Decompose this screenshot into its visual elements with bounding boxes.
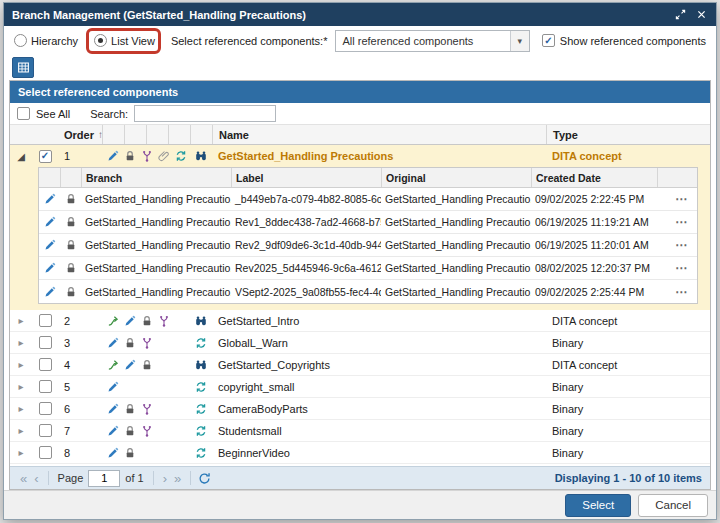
reuse-icon[interactable]	[193, 424, 210, 438]
expand-row-icon[interactable]: ▸	[10, 332, 32, 353]
branch-name[interactable]: GetStarted_Handling Precautio...	[81, 234, 231, 256]
hierarchy-option[interactable]: Hierarchy	[14, 34, 78, 47]
select-button[interactable]: Select	[565, 494, 631, 517]
lock-icon[interactable]	[121, 424, 138, 438]
branch-icon[interactable]	[138, 336, 155, 350]
column-header-type[interactable]: Type	[546, 125, 710, 144]
row-checkbox[interactable]	[39, 446, 52, 459]
maximize-icon[interactable]	[671, 6, 689, 24]
row-menu-ellipsis-icon[interactable]: ⋯	[657, 211, 697, 233]
branch-name[interactable]: GetStarted_Handling Precautio...	[81, 280, 231, 303]
first-page-icon[interactable]: «	[18, 472, 29, 485]
lock-icon[interactable]	[62, 285, 79, 299]
close-icon[interactable]	[692, 6, 710, 24]
branch-name[interactable]: GetStarted_Handling Precautio...	[81, 188, 231, 210]
search-input[interactable]	[134, 105, 276, 122]
table-row[interactable]: ▸5copyright_smallBinary	[10, 376, 710, 398]
merge-icon[interactable]	[104, 314, 121, 328]
components-dropdown[interactable]: All referenced components ▾	[335, 30, 529, 52]
pencil-icon[interactable]	[104, 149, 121, 163]
branch-name[interactable]: GetStarted_Handling Precautio...	[81, 211, 231, 233]
expand-row-icon[interactable]: ▸	[10, 442, 32, 463]
row-checkbox[interactable]	[39, 358, 52, 371]
row-checkbox[interactable]: ✓	[39, 150, 52, 163]
pencil-icon[interactable]	[41, 261, 58, 275]
lock-icon[interactable]	[62, 192, 79, 206]
reuse-icon[interactable]	[193, 380, 210, 394]
table-row[interactable]: ▸4GetStarted_CopyrightsDITA concept	[10, 354, 710, 376]
show-referenced-checkbox[interactable]: ✓	[542, 34, 555, 47]
branch-name[interactable]: GetStarted_Handling Precautio...	[81, 257, 231, 279]
row-name[interactable]: GlobalL_Warn	[212, 332, 546, 353]
column-header-branch[interactable]: Branch	[81, 168, 231, 187]
column-header-original[interactable]: Original	[381, 168, 531, 187]
reuse-icon[interactable]	[193, 446, 210, 460]
column-header-label[interactable]: Label	[231, 168, 381, 187]
listview-option[interactable]: List View	[94, 34, 155, 47]
lock-icon[interactable]	[138, 314, 155, 328]
lock-icon[interactable]	[138, 358, 155, 372]
branch-row[interactable]: GetStarted_Handling Precautio..._b449eb7…	[39, 188, 697, 211]
column-header-name[interactable]: Name	[212, 125, 546, 144]
row-name[interactable]: copyright_small	[212, 376, 546, 397]
table-row[interactable]: ▸7StudentsmallBinary	[10, 420, 710, 442]
branch-row[interactable]: GetStarted_Handling Precautio...Rev2025_…	[39, 257, 697, 280]
branch-row[interactable]: GetStarted_Handling Precautio...Rev2_9df…	[39, 234, 697, 257]
pencil-icon[interactable]	[104, 336, 121, 350]
branch-icon[interactable]	[138, 149, 155, 163]
cancel-button[interactable]: Cancel	[638, 494, 708, 517]
expand-row-icon[interactable]: ▸	[10, 420, 32, 441]
expand-row-icon[interactable]: ▸	[10, 354, 32, 375]
pencil-icon[interactable]	[41, 238, 58, 252]
lock-icon[interactable]	[121, 402, 138, 416]
table-row[interactable]: ◢✓1GetStarted_Handling PrecautionsDITA c…	[10, 145, 710, 167]
row-name[interactable]: GetStarted_Handling Precautions	[212, 145, 546, 167]
column-header-created-date[interactable]: Created Date	[531, 168, 657, 187]
table-row[interactable]: ▸6CameraBodyPartsBinary	[10, 398, 710, 420]
binoculars-icon[interactable]	[193, 358, 210, 372]
row-name[interactable]: CameraBodyParts	[212, 398, 546, 419]
branch-icon[interactable]	[138, 424, 155, 438]
row-checkbox[interactable]	[39, 424, 52, 437]
row-menu-ellipsis-icon[interactable]: ⋯	[657, 234, 697, 256]
pencil-icon[interactable]	[41, 285, 58, 299]
reuse-icon[interactable]	[172, 149, 189, 163]
pencil-icon[interactable]	[121, 314, 138, 328]
row-checkbox[interactable]	[39, 380, 52, 393]
row-name[interactable]: GetStarted_Intro	[212, 310, 546, 331]
row-menu-ellipsis-icon[interactable]: ⋯	[657, 280, 697, 303]
row-menu-ellipsis-icon[interactable]: ⋯	[657, 257, 697, 279]
row-menu-ellipsis-icon[interactable]: ⋯	[657, 188, 697, 210]
branch-row[interactable]: GetStarted_Handling Precautio...Rev1_8dd…	[39, 211, 697, 234]
see-all-checkbox[interactable]	[17, 107, 30, 120]
next-page-icon[interactable]: ›	[161, 472, 169, 485]
lock-icon[interactable]	[62, 261, 79, 275]
lock-icon[interactable]	[121, 336, 138, 350]
pencil-icon[interactable]	[41, 192, 58, 206]
row-name[interactable]: Studentsmall	[212, 420, 546, 441]
pencil-icon[interactable]	[41, 215, 58, 229]
row-checkbox[interactable]	[39, 402, 52, 415]
row-checkbox[interactable]	[39, 336, 52, 349]
pencil-icon[interactable]	[121, 358, 138, 372]
table-row[interactable]: ▸2GetStarted_IntroDITA concept	[10, 310, 710, 332]
row-checkbox[interactable]	[39, 314, 52, 327]
collapse-row-icon[interactable]: ◢	[10, 145, 32, 167]
page-input[interactable]	[88, 470, 120, 487]
column-header-order[interactable]: Order↑	[58, 125, 102, 144]
paperclip-icon[interactable]	[155, 149, 172, 163]
last-page-icon[interactable]: »	[172, 472, 183, 485]
hierarchy-radio[interactable]	[14, 34, 27, 47]
merge-icon[interactable]	[104, 358, 121, 372]
refresh-icon[interactable]	[198, 472, 211, 485]
prev-page-icon[interactable]: ‹	[32, 472, 40, 485]
pencil-icon[interactable]	[104, 380, 121, 394]
branch-row[interactable]: GetStarted_Handling Precautio...VSept2-2…	[39, 280, 697, 303]
lock-icon[interactable]	[121, 446, 138, 460]
lock-icon[interactable]	[121, 149, 138, 163]
row-name[interactable]: GetStarted_Copyrights	[212, 354, 546, 375]
table-row[interactable]: ▸3GlobalL_WarnBinary	[10, 332, 710, 354]
pencil-icon[interactable]	[104, 424, 121, 438]
row-name[interactable]: BeginnerVideo	[212, 442, 546, 463]
expand-row-icon[interactable]: ▸	[10, 310, 32, 331]
